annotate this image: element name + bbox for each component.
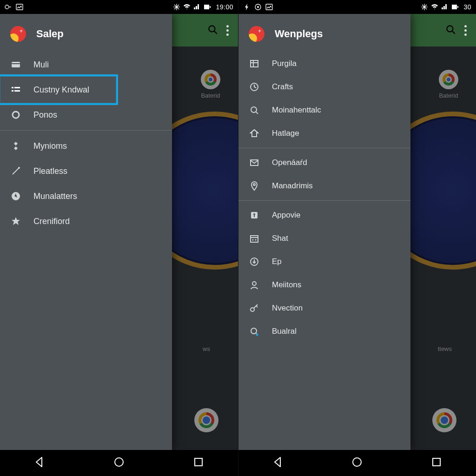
svg-point-31 xyxy=(353,458,361,466)
key-icon xyxy=(249,303,260,313)
searchdot-icon xyxy=(249,326,260,337)
drawer-title: Salep xyxy=(36,28,64,40)
wand-icon xyxy=(10,166,21,176)
drawer-item-shat[interactable]: Shat xyxy=(238,227,410,250)
drawer-item-moinahenttalc[interactable]: Moinahenttalc xyxy=(238,99,410,122)
back-button[interactable] xyxy=(272,456,284,470)
drawer-item-crenifiord[interactable]: Crenifiord xyxy=(0,209,172,234)
avatar-icon[interactable]: + xyxy=(10,26,26,42)
drawer-item-label: Munalatters xyxy=(33,192,77,201)
home-button[interactable] xyxy=(351,456,363,470)
wifi-icon xyxy=(431,3,438,11)
system-nav-bar xyxy=(0,450,238,476)
drawer-item-mynioms[interactable]: Mynioms xyxy=(0,133,172,159)
drawer-item-nvection[interactable]: Nvection xyxy=(238,297,410,320)
drawer-item-label: Crenifiord xyxy=(33,217,70,226)
svg-rect-30 xyxy=(195,458,202,466)
drawer-item-label: Nvection xyxy=(272,304,303,313)
drawer-item-ep[interactable]: Ep xyxy=(238,250,410,273)
date-icon xyxy=(249,233,260,244)
pin-icon xyxy=(249,181,260,191)
drawer-item-label: Ponos xyxy=(33,110,57,120)
bg-app-top: Baterid xyxy=(439,70,458,99)
bg-app-top: Baterid xyxy=(201,70,220,99)
circle-icon xyxy=(10,110,21,120)
drawer-item-munalatters[interactable]: Munalatters xyxy=(0,184,172,209)
drawer-item-label: Manadrimis xyxy=(272,181,313,191)
search-button[interactable] xyxy=(207,24,218,37)
drawer-title: Wenplegs xyxy=(275,28,323,40)
phone-left: 19:00 Baterid ws + Salep xyxy=(0,0,238,476)
mail-icon xyxy=(249,158,260,168)
drawer-item-label: Shat xyxy=(272,234,288,243)
drawer-item-manadrimis[interactable]: Manadrimis xyxy=(238,174,410,198)
drawer-item-label: Appovie xyxy=(272,211,300,220)
drawer-item-muli[interactable]: Muli xyxy=(0,52,172,77)
drawer-item-ponos[interactable]: Ponos xyxy=(0,102,172,127)
drawer-item-label: Hatlage xyxy=(272,129,299,138)
drawer-item-label: Purgila xyxy=(272,59,297,68)
overflow-menu-button[interactable] xyxy=(223,23,232,38)
drawer-item-label: Ep xyxy=(272,257,282,266)
drawer-item-custny[interactable]: Custny Kndwal xyxy=(0,77,172,102)
card-icon xyxy=(10,60,21,70)
grid-icon xyxy=(249,59,260,69)
drawer-item-hatlage[interactable]: Hatlage xyxy=(238,122,410,145)
status-time: 19:00 xyxy=(216,3,233,11)
place-icon xyxy=(249,210,260,220)
battery-icon xyxy=(451,3,459,11)
recents-button[interactable] xyxy=(430,456,443,470)
bg-app-chrome xyxy=(194,408,218,435)
home-button[interactable] xyxy=(113,456,125,470)
phone-right: 30 Baterid ttews + Wenplegs xyxy=(238,0,476,476)
status-bar: 19:00 xyxy=(0,0,238,14)
snowflake-icon xyxy=(173,3,180,11)
drawer-item-meiitons[interactable]: Meiitons xyxy=(238,273,410,297)
drawer-item-label: Openáaŕd xyxy=(272,158,307,167)
drawer-item-label: Moinahenttalc xyxy=(272,106,321,115)
person-icon xyxy=(249,280,260,290)
star-icon xyxy=(10,216,21,226)
back-button[interactable] xyxy=(33,456,46,470)
chrome-icon xyxy=(198,412,214,428)
bg-app-mid: ws xyxy=(203,345,210,352)
home-icon xyxy=(249,128,260,139)
drawer-item-label: Muli xyxy=(33,60,49,70)
snowflake-icon xyxy=(421,3,428,11)
debug-icon xyxy=(5,3,12,11)
drawer-item-label: Mynioms xyxy=(33,141,67,151)
drawer-item-bualral[interactable]: Bualral xyxy=(238,320,410,343)
drawer-item-openaard[interactable]: Openáaŕd xyxy=(238,151,410,174)
avatar-icon[interactable]: + xyxy=(249,26,264,42)
divider xyxy=(238,148,410,148)
search-icon xyxy=(249,105,260,115)
chrome-icon xyxy=(436,412,452,428)
navigation-drawer: + Salep Muli Custny Kndwal Ponos xyxy=(0,14,172,450)
recents-button[interactable] xyxy=(192,456,205,470)
cell-icon xyxy=(193,3,201,11)
drawer-item-purgila[interactable]: Purgila xyxy=(238,52,410,75)
compass-icon xyxy=(10,191,21,201)
status-bar: 30 xyxy=(238,0,476,14)
drawer-item-pleatless[interactable]: Pleatless xyxy=(0,159,172,184)
drawer-item-label: Pleatless xyxy=(33,166,67,176)
chrome-icon xyxy=(443,73,455,86)
drawer-item-crafts[interactable]: Crafts xyxy=(238,75,410,99)
navigation-drawer: + Wenplegs Purgila Crafts Moinahenttalc xyxy=(238,14,410,450)
divider xyxy=(0,130,172,131)
list-icon xyxy=(10,85,21,95)
divider xyxy=(238,200,410,201)
image-icon xyxy=(16,3,23,11)
status-time: 30 xyxy=(463,3,471,11)
drawer-item-label: Bualral xyxy=(272,327,297,336)
bg-app-mid: ttews xyxy=(438,345,452,352)
overflow-menu-button[interactable] xyxy=(461,23,470,38)
bg-app-chrome xyxy=(432,408,456,435)
drawer-item-appovie[interactable]: Appovie xyxy=(238,204,410,227)
search-button[interactable] xyxy=(445,24,456,37)
system-nav-bar xyxy=(238,450,476,476)
drawer-item-label: Meiitons xyxy=(272,280,301,290)
target-icon xyxy=(254,3,262,11)
drawer-item-label: Custny Kndwal xyxy=(33,85,89,95)
svg-rect-32 xyxy=(433,458,440,466)
